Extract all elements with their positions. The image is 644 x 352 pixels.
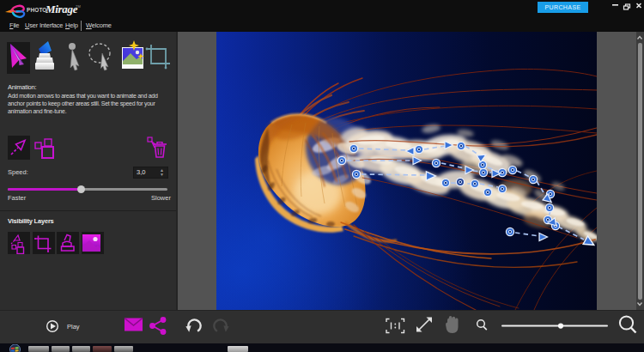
svg-text:Play: Play [67,323,80,331]
